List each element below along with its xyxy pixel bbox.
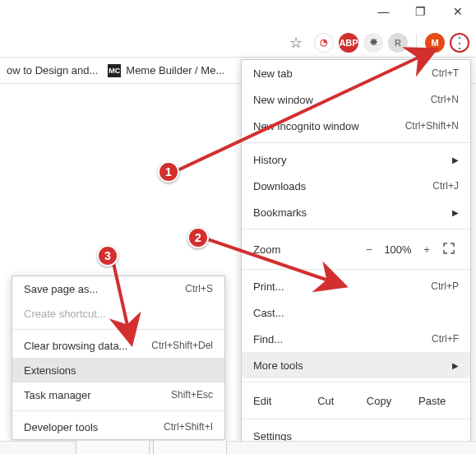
zoom-percent: 100% <box>380 243 416 256</box>
submenu-clear-data[interactable]: Clear browsing data...Ctrl+Shift+Del <box>12 333 224 358</box>
menu-cast[interactable]: Cast... <box>242 299 470 326</box>
menu-label: Find... <box>253 333 432 345</box>
menu-shortcut: Ctrl+J <box>432 180 459 192</box>
minimize-button[interactable]: — <box>365 0 402 23</box>
menu-label: History <box>253 154 446 166</box>
menu-label: Cast... <box>253 307 459 319</box>
menu-bookmarks[interactable]: Bookmarks▶ <box>242 199 470 225</box>
menu-separator <box>12 410 224 411</box>
submenu-shortcut: Ctrl+Shift+I <box>164 421 213 433</box>
menu-label: Downloads <box>253 180 432 192</box>
bookmark-label: Meme Builder / Me... <box>126 64 224 76</box>
menu-print[interactable]: Print...Ctrl+P <box>242 273 470 299</box>
annotation-badge-2: 2 <box>187 227 209 248</box>
zoom-in-button[interactable]: + <box>416 243 437 256</box>
submenu-label: Extensions <box>24 364 213 377</box>
menu-new-incognito[interactable]: New incognito windowCtrl+Shift+N <box>242 113 470 139</box>
annotation-badge-1: 1 <box>158 161 179 183</box>
toolbar-divider <box>416 34 417 52</box>
more-tools-submenu: Save page as...Ctrl+S Create shortcut...… <box>12 276 225 440</box>
close-window-button[interactable]: ✕ <box>439 0 476 23</box>
zoom-out-button[interactable]: − <box>358 243 380 256</box>
chrome-main-menu: New tabCtrl+T New windowCtrl+N New incog… <box>241 59 471 454</box>
fullscreen-icon[interactable] <box>442 242 459 257</box>
submenu-label: Clear browsing data... <box>24 340 151 352</box>
menu-label: Edit <box>253 395 299 407</box>
edit-copy-button[interactable]: Copy <box>353 395 406 407</box>
ext4-icon[interactable]: R <box>388 33 408 53</box>
menu-zoom: Zoom − 100% + <box>242 233 470 266</box>
menu-label: Bookmarks <box>253 206 446 219</box>
bookmark-item[interactable]: ow to Design and... <box>7 64 98 76</box>
menu-separator <box>242 419 470 419</box>
submenu-extensions[interactable]: Extensions <box>12 358 224 382</box>
profile-avatar[interactable]: M <box>425 33 445 53</box>
chrome-menu-button[interactable]: ⋮ <box>450 33 469 53</box>
footer-bar <box>0 441 476 454</box>
menu-new-tab[interactable]: New tabCtrl+T <box>242 60 470 86</box>
menu-find[interactable]: Find...Ctrl+F <box>242 326 470 352</box>
menu-new-window[interactable]: New windowCtrl+N <box>242 86 470 113</box>
menu-more-tools[interactable]: More tools▶ <box>242 352 470 378</box>
bookmark-label: ow to Design and... <box>7 64 98 76</box>
menu-label: New tab <box>253 67 432 80</box>
submenu-shortcut: Ctrl+Shift+Del <box>151 340 213 351</box>
submenu-label: Save page as... <box>24 283 185 295</box>
bookmark-star-icon[interactable]: ☆ <box>289 34 303 52</box>
menu-label: Zoom <box>253 243 358 256</box>
menu-shortcut: Ctrl+Shift+N <box>405 120 459 132</box>
submenu-shortcut: Shift+Esc <box>171 389 213 401</box>
submenu-task-manager[interactable]: Task managerShift+Esc <box>12 382 224 407</box>
edit-cut-button[interactable]: Cut <box>299 395 353 407</box>
menu-separator <box>242 229 470 229</box>
menu-separator <box>242 382 470 382</box>
footer-segment <box>76 441 150 454</box>
menu-separator <box>242 269 470 270</box>
menu-downloads[interactable]: DownloadsCtrl+J <box>242 173 470 199</box>
menu-shortcut: Ctrl+F <box>432 333 459 345</box>
menu-edit-row: Edit Cut Copy Paste <box>242 386 470 415</box>
menu-shortcut: Ctrl+N <box>431 94 459 105</box>
menu-shortcut: Ctrl+T <box>432 67 459 79</box>
edit-paste-button[interactable]: Paste <box>405 395 459 407</box>
submenu-create-shortcut[interactable]: Create shortcut... <box>12 301 224 326</box>
maximize-button[interactable]: ❐ <box>402 0 439 23</box>
submenu-arrow-icon: ▶ <box>452 361 459 370</box>
browser-toolbar: ☆ ◔ ABP ❋ R M ⋮ <box>0 28 476 58</box>
footer-segment <box>153 441 227 454</box>
submenu-arrow-icon: ▶ <box>452 155 459 164</box>
annotation-badge-3: 3 <box>97 245 118 266</box>
submenu-label: Developer tools <box>24 421 164 433</box>
menu-separator <box>242 142 470 143</box>
window-controls: — ❐ ✕ <box>365 0 476 23</box>
bookmark-favicon: MC <box>108 64 121 77</box>
ublock-icon[interactable]: ◔ <box>314 33 334 53</box>
submenu-save-page[interactable]: Save page as...Ctrl+S <box>12 276 224 301</box>
bookmark-item[interactable]: MC Meme Builder / Me... <box>108 64 224 77</box>
menu-separator <box>12 329 224 330</box>
menu-history[interactable]: History▶ <box>242 146 470 173</box>
menu-shortcut: Ctrl+P <box>431 280 459 292</box>
submenu-dev-tools[interactable]: Developer toolsCtrl+Shift+I <box>12 415 224 439</box>
abp-icon[interactable]: ABP <box>339 33 358 53</box>
menu-label: Print... <box>253 280 431 293</box>
menu-label: More tools <box>253 359 446 372</box>
submenu-label: Task manager <box>24 389 171 401</box>
menu-label: New window <box>253 94 431 106</box>
submenu-label: Create shortcut... <box>24 308 213 320</box>
ext3-icon[interactable]: ❋ <box>363 33 383 53</box>
submenu-shortcut: Ctrl+S <box>185 283 213 294</box>
menu-label: New incognito window <box>253 120 405 132</box>
submenu-arrow-icon: ▶ <box>452 208 459 217</box>
